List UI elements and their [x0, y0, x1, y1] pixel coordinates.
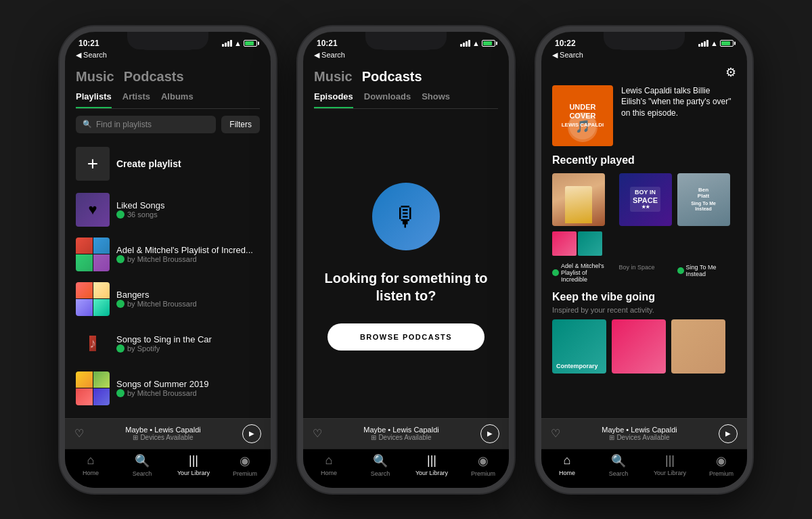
subtab-artists[interactable]: Artists: [122, 91, 150, 108]
phone-3-screen: 10:22 ▲ ◀ Search: [541, 32, 747, 488]
recent-item-3[interactable]: Ben Platt Sing To Me Instead Sing To Me …: [677, 173, 736, 283]
nav-library-1[interactable]: ||| Your Library: [168, 453, 219, 477]
podcast-empty-art: 🎙: [372, 183, 440, 250]
bangers-art: [76, 282, 110, 316]
now-playing-bar-1[interactable]: ♡ Maybe • Lewis Capaldi ⊞ Devices Availa…: [65, 418, 271, 449]
search-icon-nav-1: 🔍: [135, 453, 150, 468]
empty-message: Looking for something to listen to?: [317, 269, 495, 304]
tab-music-1[interactable]: Music: [76, 69, 114, 85]
battery-icon-1: [244, 40, 257, 47]
battery-icon-3: [720, 40, 734, 47]
summer-thumb: [76, 371, 110, 405]
search-icon-nav-2: 🔍: [373, 453, 388, 468]
playlist-bangers[interactable]: Bangers by Mitchel Broussard: [65, 277, 271, 321]
subtab-albums[interactable]: Albums: [161, 91, 194, 108]
search-box[interactable]: 🔍 Find in playlists: [76, 116, 216, 133]
nav-premium-3[interactable]: ◉ Premium: [696, 453, 747, 477]
sing-info: Songs to Sing in the Car by Spotify: [116, 334, 260, 353]
nav-home-1[interactable]: ⌂ Home: [65, 453, 116, 477]
now-playing-bar-3[interactable]: ♡ Maybe • Lewis Capaldi ⊞ Devices Availa…: [541, 418, 747, 449]
battery-icon-2: [482, 40, 495, 47]
wifi-icon-3: ▲: [710, 39, 718, 47]
nav-search-2[interactable]: 🔍 Search: [355, 453, 406, 477]
status-left-3: 10:22: [555, 39, 576, 48]
premium-icon-3: ◉: [716, 453, 727, 468]
nav-search-1[interactable]: 🔍 Search: [116, 453, 168, 477]
premium-icon-2: ◉: [478, 453, 489, 468]
recent-label-1: Adel & Mitchel'sPlaylist of Incredible: [552, 263, 614, 283]
search-icon-nav-3: 🔍: [611, 453, 626, 468]
back-label-3[interactable]: ◀ Search: [541, 51, 747, 61]
nav-home-3[interactable]: ⌂ Home: [541, 453, 593, 477]
browse-podcasts-button[interactable]: BROWSE PODCASTS: [328, 323, 484, 351]
bangers-name: Bangers: [116, 290, 260, 300]
home-screen: ⚙ UNDER COVER LEWIS CAPALDI 🎵: [541, 61, 747, 418]
recent-filler-2: [619, 231, 672, 260]
play-button-3[interactable]: ▶: [719, 424, 738, 443]
now-playing-title-3: Maybe • Lewis Capaldi: [566, 426, 713, 434]
filter-button[interactable]: Filters: [221, 116, 260, 133]
now-playing-info-2: Maybe • Lewis Capaldi ⊞ Devices Availabl…: [328, 426, 475, 441]
nav-home-2[interactable]: ⌂ Home: [303, 453, 355, 477]
spotify-badge-5: [116, 389, 125, 397]
status-right-1: ▲: [222, 39, 257, 47]
play-button-1[interactable]: ▶: [242, 424, 261, 443]
back-label-1[interactable]: ◀ Search: [65, 51, 271, 64]
gear-icon[interactable]: ⚙: [725, 65, 736, 80]
playlist-adel[interactable]: Adel & Mitchel's Playlist of Incred... b…: [65, 232, 271, 277]
nav-library-3[interactable]: ||| Your Library: [644, 453, 696, 477]
status-right-3: ▲: [698, 39, 734, 47]
nav-library-label-1: Your Library: [177, 470, 210, 476]
vibe-item-1[interactable]: Contemporary: [552, 319, 606, 374]
subtab-downloads[interactable]: Downloads: [364, 91, 411, 108]
time-2: 10:21: [317, 39, 338, 48]
playlist-liked-songs[interactable]: ♥ Liked Songs 36 songs: [65, 187, 271, 232]
now-playing-bar-2[interactable]: ♡ Maybe • Lewis Capaldi ⊞ Devices Availa…: [303, 418, 509, 449]
heart-icon-3[interactable]: ♡: [551, 427, 560, 440]
adel-name: Adel & Mitchel's Playlist of Incred...: [116, 245, 260, 255]
featured-section[interactable]: UNDER COVER LEWIS CAPALDI 🎵 Lewis Capald…: [541, 85, 747, 154]
playlist-summer[interactable]: Songs of Summer 2019 by Mitchel Broussar…: [65, 366, 271, 411]
heart-icon-1[interactable]: ♡: [74, 427, 84, 440]
summer-name: Songs of Summer 2019: [116, 379, 260, 389]
bangers-thumb: [76, 282, 110, 316]
signal-icon-2: [460, 40, 470, 47]
sing-name: Songs to Sing in the Car: [116, 334, 260, 344]
tab-podcasts-2[interactable]: Podcasts: [362, 69, 422, 85]
status-bar-3: 10:22 ▲: [541, 32, 747, 51]
library-header: Music Podcasts Playlists Artists Albums …: [65, 64, 271, 133]
tab-podcasts-1[interactable]: Podcasts: [124, 69, 184, 85]
subtab-shows[interactable]: Shows: [422, 91, 450, 108]
play-button-2[interactable]: ▶: [480, 424, 499, 443]
recent-item-2[interactable]: BOY IN SPACE ★★ Boy in Space: [619, 173, 672, 283]
spotify-badge-3: [116, 300, 125, 308]
vibe-item-2[interactable]: [612, 319, 666, 374]
nav-search-3[interactable]: 🔍 Search: [593, 453, 644, 477]
vibe-item-3[interactable]: [671, 319, 725, 374]
subtab-playlists[interactable]: Playlists: [76, 91, 112, 108]
bottom-nav-2: ⌂ Home 🔍 Search ||| Your Library ◉ Premi…: [303, 449, 509, 488]
nav-library-2[interactable]: ||| Your Library: [406, 453, 457, 477]
bangers-meta: by Mitchel Broussard: [116, 300, 260, 308]
back-label-2[interactable]: ◀ Search: [303, 51, 509, 64]
adel-art: [76, 238, 110, 271]
playlist-sing[interactable]: Songs to Sing in the Car by Spotify: [65, 321, 271, 366]
home-icon-2: ⌂: [325, 453, 333, 468]
create-playlist-item[interactable]: + Create playlist: [65, 140, 271, 187]
nav-premium-2[interactable]: ◉ Premium: [457, 453, 509, 477]
library-icon-1: |||: [189, 453, 198, 468]
vibe-grid: Contemporary: [552, 319, 736, 374]
subtab-episodes[interactable]: Episodes: [314, 91, 353, 108]
recent-filler-3: [677, 231, 736, 260]
phone-1: 10:21 ▲ ◀ Search: [60, 26, 276, 493]
recent-art-2: BOY IN SPACE ★★: [619, 173, 672, 226]
tab-music-2[interactable]: Music: [314, 69, 353, 85]
scene: 10:21 ▲ ◀ Search: [46, 13, 766, 507]
create-plus-icon: +: [76, 147, 110, 181]
recent-item-1[interactable]: Adel & Mitchel'sPlaylist of Incredible: [552, 173, 614, 283]
vibe-title: Keep the vibe going: [552, 291, 736, 306]
nav-premium-1[interactable]: ◉ Premium: [219, 453, 271, 477]
status-left-2: 10:21: [317, 39, 338, 48]
heart-icon-2[interactable]: ♡: [313, 427, 322, 440]
phone-1-content: Music Podcasts Playlists Artists Albums …: [65, 64, 271, 418]
